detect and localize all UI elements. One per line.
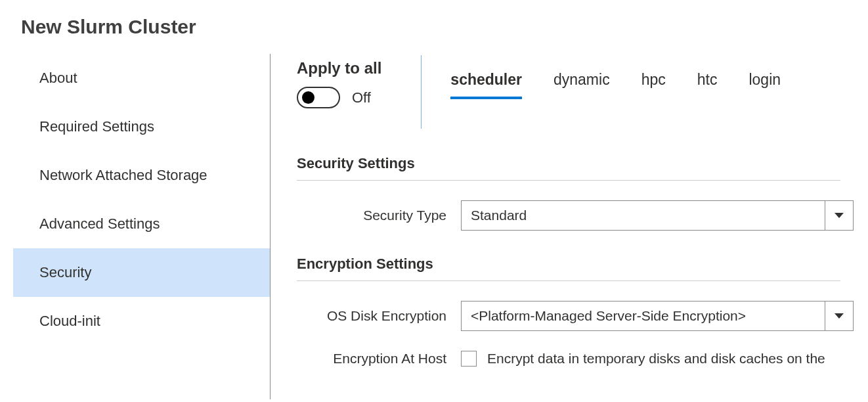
- checkbox-encryption-at-host[interactable]: [461, 351, 477, 367]
- sidebar-item-security[interactable]: Security: [13, 248, 270, 297]
- toggle-knob: [302, 91, 315, 104]
- apply-all-label: Apply to all: [297, 59, 381, 78]
- select-os-disk-encryption[interactable]: <Platform-Managed Server-Side Encryption…: [461, 301, 854, 331]
- select-value-os-disk-encryption: <Platform-Managed Server-Side Encryption…: [462, 302, 825, 330]
- apply-all-toggle[interactable]: [297, 87, 340, 108]
- tab-hpc[interactable]: hpc: [641, 71, 666, 99]
- tabs: scheduler dynamic hpc htc login: [450, 59, 781, 99]
- form-row-encryption-at-host: Encryption At Host Encrypt data in tempo…: [297, 351, 868, 367]
- sidebar-item-cloud-init[interactable]: Cloud-init: [13, 297, 270, 346]
- checkbox-row-encryption-at-host: Encrypt data in temporary disks and disk…: [461, 351, 825, 367]
- vertical-divider: [421, 55, 422, 129]
- tab-scheduler[interactable]: scheduler: [450, 71, 522, 99]
- page-title: New Slurm Cluster: [0, 0, 868, 54]
- form-row-security-type: Security Type Standard: [297, 200, 868, 231]
- top-controls: Apply to all Off scheduler dynamic hpc h…: [297, 54, 868, 129]
- chevron-down-icon: [835, 313, 844, 319]
- sidebar-item-network-attached-storage[interactable]: Network Attached Storage: [13, 151, 270, 200]
- tab-login[interactable]: login: [749, 71, 781, 99]
- form-row-os-disk-encryption: OS Disk Encryption <Platform-Managed Ser…: [297, 301, 868, 331]
- sidebar-item-about[interactable]: About: [13, 54, 270, 102]
- select-security-type[interactable]: Standard: [461, 200, 854, 231]
- select-button-os-disk-encryption[interactable]: [825, 302, 853, 330]
- apply-all-block: Apply to all Off: [297, 59, 421, 108]
- tab-dynamic[interactable]: dynamic: [553, 71, 610, 99]
- label-encryption-at-host: Encryption At Host: [297, 351, 461, 367]
- apply-all-state: Off: [352, 89, 371, 106]
- content-wrapper: About Required Settings Network Attached…: [0, 54, 868, 399]
- label-security-type: Security Type: [297, 208, 461, 223]
- select-button-security-type[interactable]: [825, 201, 853, 230]
- section-heading-encryption: Encryption Settings: [297, 256, 840, 281]
- sidebar-item-required-settings[interactable]: Required Settings: [13, 102, 270, 151]
- apply-all-toggle-row: Off: [297, 87, 381, 108]
- tab-htc[interactable]: htc: [697, 71, 718, 99]
- sidebar-item-advanced-settings[interactable]: Advanced Settings: [13, 200, 270, 248]
- main-panel: Apply to all Off scheduler dynamic hpc h…: [271, 54, 868, 399]
- description-encryption-at-host: Encrypt data in temporary disks and disk…: [487, 351, 825, 367]
- chevron-down-icon: [835, 212, 844, 219]
- section-heading-security: Security Settings: [297, 155, 840, 181]
- label-os-disk-encryption: OS Disk Encryption: [297, 308, 461, 324]
- select-value-security-type: Standard: [462, 201, 825, 230]
- sidebar: About Required Settings Network Attached…: [0, 54, 271, 399]
